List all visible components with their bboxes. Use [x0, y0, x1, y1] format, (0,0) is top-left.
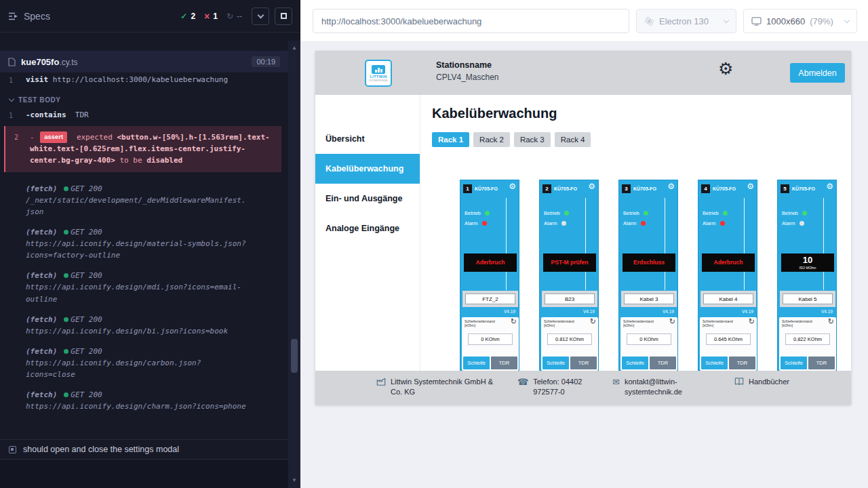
specs-menu-button[interactable]: Specs	[8, 11, 50, 22]
fetch-log-entry[interactable]: (fetch) GET 200 https://api.iconify.desi…	[0, 226, 288, 261]
spec-file-bar[interactable]: kue705fo.cy.ts 00:19	[0, 51, 288, 73]
fetch-log-entry[interactable]: (fetch) GET 200 /_next/static/developmen…	[0, 183, 288, 218]
scroll-down-arrow-icon[interactable]: ▼	[288, 475, 300, 486]
gear-icon[interactable]: ⚙	[667, 182, 675, 190]
footer-phone-text: Telefon: 04402 972577-0	[533, 377, 597, 397]
url-input[interactable]	[313, 9, 629, 33]
fetch-log-entry[interactable]: (fetch) GET 200 https://api.iconify.desi…	[0, 389, 288, 412]
fetch-log-entry[interactable]: (fetch) GET 200 https://api.iconify.desi…	[0, 270, 288, 304]
device-card: 5 KÜ705-FO ⚙ Betrieb Alarm	[777, 180, 837, 371]
scroll-up-arrow-icon[interactable]: ▲	[288, 43, 300, 54]
schleife-button[interactable]: Schleife	[622, 357, 648, 369]
littwin-logo-icon	[372, 65, 385, 74]
resistance-value: 0.822 KOhm	[785, 333, 830, 345]
gear-icon[interactable]: ⚙	[509, 182, 516, 190]
fetch-log-entry[interactable]: (fetch) GET 200 https://api.iconify.desi…	[0, 346, 288, 380]
fetch-log-entry[interactable]: (fetch) GET 200 https://api.iconify.desi…	[0, 314, 288, 337]
device-model: KÜ705-FO	[792, 186, 815, 191]
viewport-select[interactable]: 1000x660 (79%)	[743, 9, 857, 33]
fetch-url: https://api.iconify.design/carbon.json?i…	[26, 357, 250, 380]
cable-name-band: Kabel 5	[780, 291, 835, 307]
fetch-head: (fetch) GET 200	[26, 389, 283, 401]
alarm-led	[800, 221, 804, 226]
scrollbar-thumb[interactable]	[291, 339, 298, 373]
success-dot-icon	[64, 186, 68, 191]
alarm-row: Alarm	[465, 220, 487, 226]
station-label: Stationsname	[436, 60, 499, 70]
footer-manuals-text: Handbücher	[749, 377, 789, 387]
rack-tab[interactable]: Rack 2	[473, 132, 510, 147]
schleife-button[interactable]: Schleife	[542, 357, 569, 369]
resistance-label: Schleifenwiderstand [kOhm]	[623, 319, 665, 328]
card-buttons: Schleife TDR	[781, 357, 835, 369]
collapse-all-button[interactable]	[252, 7, 269, 25]
settings-gear-icon[interactable]: ⚙	[718, 60, 733, 77]
rack-tab[interactable]: Rack 4	[555, 132, 591, 147]
refresh-measurement-icon[interactable]: ↻	[828, 318, 834, 325]
gear-icon[interactable]: ⚙	[747, 182, 754, 190]
betrieb-label: Betrieb	[623, 210, 639, 216]
sidebar-nav-item[interactable]: Analoge Eingänge	[315, 214, 420, 243]
status-text: Aderbruch	[714, 260, 743, 266]
fetch-status: GET 200	[71, 226, 102, 238]
fetch-label: (fetch)	[26, 226, 57, 238]
tdr-button[interactable]: TDR	[729, 357, 755, 369]
resistance-label: Schleifenwiderstand [kOhm]	[782, 319, 824, 328]
sidebar-nav-item[interactable]: Kabelüberwachung	[315, 154, 420, 184]
schleife-button[interactable]: Schleife	[701, 357, 728, 369]
refresh-measurement-icon[interactable]: ↻	[511, 318, 517, 325]
tdr-button[interactable]: TDR	[650, 357, 676, 369]
cable-name: Kabel 4	[703, 293, 753, 304]
firmware-version: V4.19	[583, 309, 595, 314]
betrieb-label: Betrieb	[544, 210, 560, 216]
visit-command-row[interactable]: 1 visit http://localhost:3000/kabelueber…	[0, 73, 288, 88]
fetch-label: (fetch)	[26, 270, 57, 281]
stop-icon	[281, 13, 287, 19]
browser-select[interactable]: Electron 130	[636, 9, 736, 33]
tdr-button[interactable]: TDR	[808, 357, 835, 369]
divider	[823, 198, 824, 290]
passed-stat: ✓2	[180, 12, 195, 21]
alarm-led	[641, 221, 646, 226]
schleife-button[interactable]: Schleife	[781, 357, 807, 369]
fetch-head: (fetch) GET 200	[26, 226, 283, 238]
logout-button[interactable]: Abmelden	[790, 63, 845, 83]
passed-count: 2	[191, 12, 195, 21]
card-buttons: Schleife TDR	[622, 357, 676, 369]
status-display: 10 ISO MOhm	[781, 253, 834, 272]
next-test-row[interactable]: should open and close the settings modal	[0, 439, 288, 460]
tdr-button[interactable]: TDR	[570, 357, 597, 369]
schleife-button[interactable]: Schleife	[463, 357, 490, 369]
rack-tab[interactable]: Rack 3	[514, 132, 551, 147]
failed-assert-command[interactable]: 2 - assert expected <button.w-[50%].h-[1…	[4, 126, 281, 172]
contains-command-row[interactable]: 1 -contains TDR	[0, 108, 288, 123]
viewport-zoom: (79%)	[810, 16, 833, 26]
betrieb-row: Betrieb	[703, 210, 728, 216]
tdr-button[interactable]: TDR	[491, 357, 517, 369]
gear-icon[interactable]: ⚙	[826, 182, 833, 190]
sidebar-nav-item[interactable]: Ein- und Ausgänge	[315, 184, 420, 214]
footer-manuals-link[interactable]: Handbücher	[734, 377, 829, 387]
rack-tab-label: Rack 2	[479, 136, 504, 144]
rack-tab[interactable]: Rack 1	[432, 132, 469, 147]
status-unit: ISO MOhm	[799, 266, 816, 270]
refresh-measurement-icon[interactable]: ↻	[590, 318, 596, 325]
refresh-measurement-icon[interactable]: ↻	[669, 318, 675, 325]
sidebar-nav-item[interactable]: Übersicht	[315, 124, 420, 154]
measurement-panel: Schleifenwiderstand [kOhm] ↻ 0.812 KOhm …	[541, 317, 598, 371]
rack-tabs: Rack 1Rack 2Rack 3Rack 4	[432, 132, 591, 147]
fetch-status: GET 200	[71, 183, 102, 195]
refresh-measurement-icon[interactable]: ↻	[749, 318, 755, 325]
browser-name: Electron 130	[659, 16, 709, 26]
pending-stat: ↻--	[226, 12, 242, 21]
failed-stat: ×1	[204, 11, 218, 22]
test-body-section-header[interactable]: TEST BODY	[0, 88, 288, 108]
reporter-scrollbar[interactable]: ▲ ▼	[288, 41, 300, 488]
stop-tests-button[interactable]	[275, 7, 292, 25]
gear-icon[interactable]: ⚙	[588, 182, 595, 190]
fetch-label: (fetch)	[26, 183, 57, 195]
alarm-label: Alarm	[544, 220, 557, 226]
device-model: KÜ705-FO	[554, 186, 577, 191]
command-log: 1 visit http://localhost:3000/kabelueber…	[0, 73, 288, 421]
fetch-status: GET 200	[71, 314, 102, 325]
